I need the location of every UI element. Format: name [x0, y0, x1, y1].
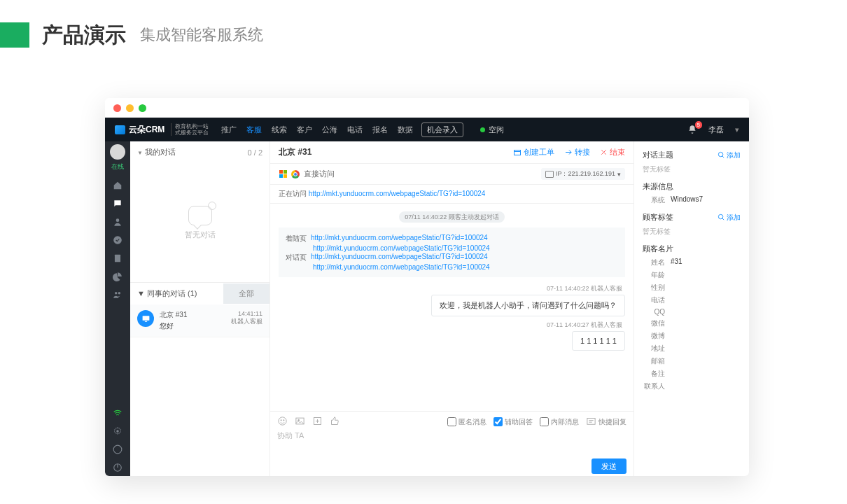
svg-point-23: [718, 214, 722, 218]
svg-rect-21: [587, 419, 595, 425]
svg-rect-14: [514, 150, 521, 155]
svg-rect-5: [115, 255, 120, 262]
notification-badge: 5: [695, 121, 702, 129]
svg-point-0: [115, 202, 116, 203]
svg-point-8: [116, 430, 119, 433]
svg-point-1: [117, 202, 118, 203]
my-convs-title: 我的对话: [145, 148, 176, 156]
transfer-button[interactable]: 转接: [564, 147, 590, 158]
conversation-item[interactable]: 北京 #31 您好 14:41:11 机器人客服: [130, 304, 270, 337]
max-dot[interactable]: [139, 104, 146, 112]
nav-leads[interactable]: 线索: [272, 125, 287, 135]
svg-point-22: [718, 152, 722, 156]
nav-pool[interactable]: 公海: [322, 125, 337, 135]
windows-icon: [279, 170, 287, 178]
svg-point-17: [284, 420, 284, 421]
power-icon[interactable]: [105, 459, 130, 476]
pie-icon[interactable]: [105, 268, 130, 285]
end-button[interactable]: 结束: [600, 147, 625, 158]
nav-customers[interactable]: 客户: [297, 125, 312, 135]
close-dot[interactable]: [113, 104, 121, 112]
svg-point-2: [119, 202, 120, 203]
svg-point-9: [113, 445, 122, 454]
svg-point-7: [118, 292, 121, 295]
anon-checkbox[interactable]: 匿名消息: [447, 417, 486, 427]
user-icon[interactable]: [105, 214, 130, 230]
tab-all[interactable]: 全部: [223, 284, 270, 304]
detail-column: 对话主题 添加 暂无标签 来源信息 系统Windows7 顾客标签 添加 暂无标…: [634, 141, 749, 476]
nav-data[interactable]: 数据: [398, 125, 413, 135]
thumbs-up-icon[interactable]: [330, 416, 340, 428]
svg-point-6: [115, 292, 118, 295]
logo[interactable]: 云朵CRM 教育机构一站式服务云平台: [115, 123, 209, 136]
doc-icon[interactable]: [105, 250, 130, 267]
icon-sidebar: 在线: [105, 141, 130, 476]
current-user[interactable]: 李磊: [708, 125, 724, 135]
slide-subtitle: 集成智能客服系统: [140, 24, 263, 46]
nav-promo[interactable]: 推广: [221, 125, 237, 135]
wifi-icon[interactable]: [105, 405, 130, 421]
svg-point-16: [281, 420, 281, 421]
app-window: 云朵CRM 教育机构一站式服务云平台 推广 客服 线索 客户 公海 电话 报名 …: [105, 98, 749, 476]
create-ticket-button[interactable]: 创建工单: [513, 147, 554, 158]
record-opportunity-button[interactable]: 机会录入: [421, 122, 463, 137]
mac-titlebar: [105, 98, 749, 118]
attach-icon[interactable]: [312, 416, 323, 428]
compose-area: 匿名消息 辅助回答 内部消息 快捷回复 协助 TA 发送: [270, 411, 634, 476]
slide-header: 产品演示 集成智能客服系统: [0, 0, 847, 70]
nav-service[interactable]: 客服: [246, 125, 262, 135]
page-info-card: 着陆页http://mkt.yunduocrm.com/webpageStati…: [279, 227, 625, 277]
peer-convs-title: 同事的对话 (1): [147, 289, 197, 298]
empty-state: 暂无对话: [130, 163, 270, 282]
svg-point-15: [279, 417, 286, 425]
nav-signup[interactable]: 报名: [372, 125, 388, 135]
check-icon[interactable]: [105, 232, 130, 248]
status-dot-icon: [480, 127, 485, 132]
home-icon[interactable]: [105, 177, 130, 194]
send-button[interactable]: 发送: [592, 458, 626, 474]
internal-checkbox[interactable]: 内部消息: [540, 417, 579, 427]
team-icon[interactable]: [105, 286, 130, 303]
svg-rect-13: [144, 321, 146, 321]
svg-point-4: [113, 236, 122, 244]
assist-checkbox[interactable]: 辅助回答: [493, 417, 533, 427]
my-convs-count: 0 / 2: [248, 148, 262, 157]
bot-message-1: 欢迎，我是机器人小助手，请问遇到了什么问题吗？: [431, 295, 625, 316]
image-icon[interactable]: [295, 416, 305, 428]
self-avatar[interactable]: [110, 144, 125, 160]
ip-chip: IP：221.219.162.191 ▾: [541, 168, 625, 180]
emoji-icon[interactable]: [277, 416, 288, 428]
topic-title: 对话主题: [643, 150, 673, 160]
system-pill: 07/11 14:40:22 顾客主动发起对话: [399, 211, 505, 223]
chat-column: 北京 #31 创建工单 转接 结束 直接访问 IP：221.219.162.19…: [270, 141, 634, 476]
svg-point-3: [116, 218, 120, 222]
msg2-ts: 07-11 14:40:27 机器人客服: [281, 321, 622, 330]
conversations-column: ▼ 我的对话 0 / 2 暂无对话 ▼ 同事的对话 (1) 全部 北京 #31 …: [130, 141, 270, 476]
slide-title: 产品演示: [42, 21, 126, 50]
min-dot[interactable]: [126, 104, 134, 112]
message-input[interactable]: 协助 TA: [277, 430, 626, 461]
chrome-icon: [291, 170, 300, 178]
logo-text: 云朵CRM: [129, 124, 164, 136]
logo-sub: 教育机构一站式服务云平台: [171, 123, 209, 136]
visit-type: 直接访问: [304, 169, 335, 179]
bell-icon[interactable]: 5: [687, 125, 697, 134]
visiting-url[interactable]: http://mkt.yunduocrm.com/webpageStatic/T…: [309, 190, 486, 197]
chat-icon[interactable]: [105, 195, 130, 212]
help-icon[interactable]: [105, 441, 130, 458]
self-status: 在线: [111, 162, 124, 172]
quick-reply-button[interactable]: 快捷回复: [586, 416, 626, 427]
gear-icon[interactable]: [105, 423, 130, 440]
top-nav: 云朵CRM 教育机构一站式服务云平台 推广 客服 线索 客户 公海 电话 报名 …: [105, 118, 749, 141]
status-idle[interactable]: 空闲: [480, 125, 504, 135]
monitor-icon: [137, 310, 154, 327]
msg1-ts: 07-11 14:40:22 机器人客服: [281, 284, 622, 293]
nav-phone[interactable]: 电话: [347, 125, 363, 135]
svg-rect-12: [142, 316, 149, 321]
add-tag-button[interactable]: 添加: [718, 213, 741, 223]
user-menu-chevron-icon[interactable]: ▾: [735, 125, 739, 134]
add-topic-button[interactable]: 添加: [718, 150, 741, 160]
logo-icon: [115, 125, 125, 134]
nav-items: 推广 客服 线索 客户 公海 电话 报名 数据: [221, 125, 413, 135]
bot-message-2: 1 1 1 1 1 1: [572, 331, 625, 351]
